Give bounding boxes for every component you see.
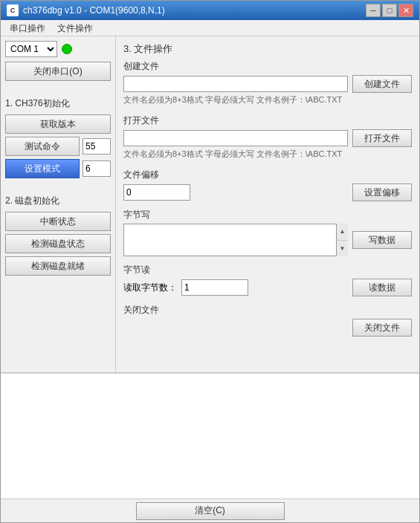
byte-write-input[interactable] (123, 224, 348, 256)
create-file-row: 创建文件 (123, 75, 412, 93)
window-title: ch376dbg v1.0 - COM1(9600,8,N,1) (23, 5, 165, 16)
window-controls: ─ □ ✕ (366, 4, 413, 17)
read-data-button[interactable]: 读数据 (352, 279, 412, 296)
close-file-section: 关闭文件 关闭文件 (123, 304, 412, 338)
spinner-down-button[interactable]: ▼ (337, 241, 348, 257)
byte-write-label: 字节写 (123, 209, 412, 221)
set-mode-input[interactable] (83, 160, 111, 177)
title-bar-left: C ch376dbg v1.0 - COM1(9600,8,N,1) (7, 4, 165, 16)
right-section-title: 3. 文件操作 (123, 42, 412, 56)
set-mode-button[interactable]: 设置模式 (5, 159, 80, 178)
spinner-up-button[interactable]: ▲ (337, 224, 348, 241)
section2-title: 2. 磁盘初始化 (5, 195, 111, 207)
clear-button[interactable]: 清空(C) (136, 502, 285, 520)
create-file-hint: 文件名必须为8+3格式 字母必须大写 文件名例子：\ABC.TXT (123, 94, 412, 105)
output-area (1, 372, 419, 498)
file-offset-row: 设置偏移 (123, 183, 412, 201)
close-file-row: 关闭文件 (123, 319, 412, 337)
close-file-label: 关闭文件 (123, 304, 412, 316)
open-file-row: 打开文件 (123, 129, 412, 147)
read-count-label: 读取字节数： (123, 282, 177, 294)
byte-write-row: ▲ ▼ 写数据 (123, 224, 412, 256)
minimize-button[interactable]: ─ (366, 4, 381, 17)
byte-read-label: 字节读 (123, 264, 412, 276)
main-content: COM 1 COM 2 COM 3 关闭串口(O) 1. CH376初始化 获取… (1, 36, 419, 372)
create-file-label: 创建文件 (123, 60, 412, 73)
com-row: COM 1 COM 2 COM 3 (5, 41, 111, 57)
byte-write-section: 字节写 ▲ ▼ 写数据 (123, 209, 412, 258)
byte-write-wrapper: ▲ ▼ (123, 224, 348, 256)
get-version-button[interactable]: 获取版本 (5, 114, 111, 134)
interrupt-status-button[interactable]: 中断状态 (5, 212, 111, 231)
open-file-section: 打开文件 打开文件 文件名必须为8+3格式 字母必须大写 文件名例子：\ABC.… (123, 114, 412, 163)
read-count-input[interactable] (181, 279, 248, 296)
detect-disk-button[interactable]: 检测磁盘状态 (5, 234, 111, 253)
open-file-hint: 文件名必须为8+3格式 字母必须大写 文件名例子：\ABC.TXT (123, 149, 412, 160)
set-mode-row: 设置模式 (5, 159, 111, 178)
title-bar: C ch376dbg v1.0 - COM1(9600,8,N,1) ─ □ ✕ (1, 1, 419, 20)
byte-read-row: 读取字节数： 读数据 (123, 279, 412, 296)
create-file-button[interactable]: 创建文件 (352, 75, 412, 93)
menu-file-ops[interactable]: 文件操作 (51, 22, 99, 34)
footer-bar: 清空(C) (1, 498, 419, 522)
test-cmd-input[interactable] (83, 138, 111, 155)
detect-disk-err-button[interactable]: 检测磁盘就绪 (5, 256, 111, 276)
file-offset-input[interactable] (123, 184, 190, 201)
left-panel: COM 1 COM 2 COM 3 关闭串口(O) 1. CH376初始化 获取… (1, 36, 116, 372)
com-select[interactable]: COM 1 COM 2 COM 3 (5, 41, 57, 57)
maximize-button[interactable]: □ (382, 4, 397, 17)
set-offset-button[interactable]: 设置偏移 (352, 183, 412, 201)
main-window: C ch376dbg v1.0 - COM1(9600,8,N,1) ─ □ ✕… (0, 0, 420, 523)
write-data-button[interactable]: 写数据 (352, 231, 412, 249)
open-file-input[interactable] (123, 130, 348, 146)
file-offset-section: 文件偏移 设置偏移 (123, 169, 412, 203)
file-offset-label: 文件偏移 (123, 169, 412, 181)
right-panel: 3. 文件操作 创建文件 创建文件 文件名必须为8+3格式 字母必须大写 文件名… (116, 36, 419, 372)
test-cmd-button[interactable]: 测试命令 (5, 137, 80, 156)
app-icon: C (7, 4, 19, 16)
create-file-input[interactable] (123, 76, 348, 92)
byte-write-spinner: ▲ ▼ (336, 224, 348, 256)
connection-indicator (62, 44, 72, 54)
open-file-button[interactable]: 打开文件 (352, 129, 412, 147)
section1-title: 1. CH376初始化 (5, 97, 111, 110)
open-file-label: 打开文件 (123, 114, 412, 127)
byte-read-section: 字节读 读取字节数： 读数据 (123, 264, 412, 298)
menu-bar: 串口操作 文件操作 (1, 20, 419, 36)
create-file-section: 创建文件 创建文件 文件名必须为8+3格式 字母必须大写 文件名例子：\ABC.… (123, 60, 412, 108)
close-file-button[interactable]: 关闭文件 (352, 319, 412, 337)
close-button[interactable]: ✕ (398, 4, 413, 17)
close-serial-button[interactable]: 关闭串口(O) (5, 62, 111, 81)
test-cmd-row: 测试命令 (5, 137, 111, 156)
menu-serial[interactable]: 串口操作 (4, 22, 51, 34)
